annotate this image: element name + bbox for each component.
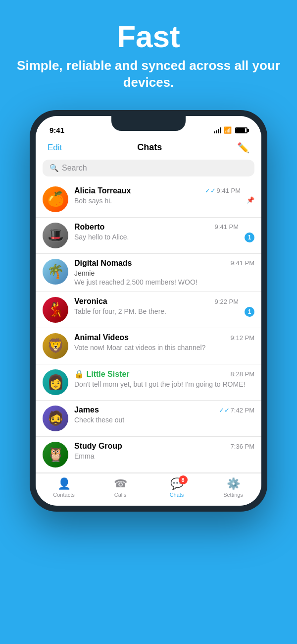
chat-header-veronica: Veronica9:22 PM: [74, 297, 239, 306]
chats-icon-wrap: 💬 8: [170, 477, 184, 490]
pin-icon: 📌: [247, 196, 254, 204]
chat-meta-roberto: 1: [245, 233, 254, 242]
chat-header-study: Study Group7:36 PM: [74, 442, 254, 451]
chat-item-study[interactable]: 🦉Study Group7:36 PMEmma: [36, 437, 261, 473]
phone-notch: [111, 116, 186, 131]
hero-title: Fast: [10, 20, 287, 54]
chat-time-veronica: 9:22 PM: [215, 298, 239, 305]
chat-preview-digital: JennieWe just reached 2,500 members! WOO…: [74, 269, 254, 287]
chat-name-veronica: Veronica: [74, 297, 107, 306]
tab-contacts[interactable]: 👤 Contacts: [36, 477, 92, 498]
search-icon: 🔍: [50, 164, 59, 173]
chat-name-james: James: [74, 406, 99, 414]
tab-chats[interactable]: 💬 8 Chats: [148, 477, 205, 498]
chat-header-roberto: Roberto9:41 PM: [74, 223, 239, 232]
status-icons: 📶: [214, 126, 248, 134]
avatar-animal: 🦁: [43, 333, 68, 359]
phone-frame: 9:41 📶 Edit Chats ✏️: [30, 110, 267, 512]
chat-content-james: James✓✓ 7:42 PMCheck these out: [74, 406, 254, 424]
chat-content-digital: Digital Nomads9:41 PMJennieWe just reach…: [74, 259, 254, 287]
avatar-james: 🧔: [43, 406, 68, 431]
chat-content-sister: 🔒 Little Sister8:28 PMDon't tell mom yet…: [74, 369, 254, 389]
chat-time-james: ✓✓ 7:42 PM: [219, 407, 254, 414]
chat-name-study: Study Group: [74, 442, 122, 451]
chat-preview-veronica: Table for four, 2 PM. Be there.: [74, 307, 239, 316]
chat-preview-sister: Don't tell mom yet, but I got the job! I…: [74, 380, 254, 389]
chat-header-digital: Digital Nomads9:41 PM: [74, 259, 254, 268]
avatar-veronica: 💃: [43, 297, 68, 323]
tab-calls[interactable]: ☎ Calls: [92, 477, 148, 498]
chat-content-alicia: Alicia Torreaux✓✓ 9:41 PMBob says hi.: [74, 186, 241, 205]
chat-list: 🍊Alicia Torreaux✓✓ 9:41 PMBob says hi.📌🎩…: [36, 181, 261, 473]
chat-item-digital[interactable]: 🌴Digital Nomads9:41 PMJennieWe just reac…: [36, 254, 261, 292]
chat-content-roberto: Roberto9:41 PMSay hello to Alice.: [74, 223, 239, 241]
tab-settings-label: Settings: [223, 492, 243, 498]
status-time: 9:41: [50, 126, 64, 134]
chat-item-james[interactable]: 🧔James✓✓ 7:42 PMCheck these out: [36, 401, 261, 437]
chat-preview-alicia: Bob says hi.: [74, 196, 241, 205]
double-check-icon: ✓✓: [205, 187, 216, 194]
avatar-alicia: 🍊: [43, 186, 68, 212]
chat-meta-veronica: 1: [245, 307, 254, 317]
tab-chats-label: Chats: [170, 492, 184, 498]
nav-bar: Edit Chats ✏️: [36, 138, 261, 157]
page-title: Chats: [137, 142, 162, 153]
hero-subtitle: Simple, reliable and synced across all y…: [10, 58, 287, 91]
chat-time-roberto: 9:41 PM: [215, 223, 239, 231]
avatar-roberto: 🎩: [43, 223, 68, 248]
chat-name-animal: Animal Videos: [74, 333, 129, 342]
chat-content-animal: Animal Videos9:12 PMVote now! Moar cat v…: [74, 333, 254, 352]
wifi-icon: 📶: [224, 126, 232, 134]
compose-icon[interactable]: ✏️: [237, 142, 249, 154]
search-input[interactable]: Search: [62, 164, 87, 173]
chat-name-alicia: Alicia Torreaux: [74, 186, 131, 195]
chat-item-roberto[interactable]: 🎩Roberto9:41 PMSay hello to Alice.1: [36, 218, 261, 254]
chat-time-digital: 9:41 PM: [231, 259, 254, 267]
search-bar[interactable]: 🔍 Search: [43, 160, 254, 176]
battery-icon: [235, 127, 248, 133]
unread-badge-veronica: 1: [245, 307, 254, 317]
avatar-study: 🦉: [43, 442, 68, 468]
calls-icon: ☎: [114, 477, 127, 490]
chat-time-animal: 9:12 PM: [231, 334, 254, 342]
chat-header-james: James✓✓ 7:42 PM: [74, 406, 254, 414]
chat-name-roberto: Roberto: [74, 223, 104, 232]
tab-contacts-label: Contacts: [53, 492, 74, 498]
chat-content-veronica: Veronica9:22 PMTable for four, 2 PM. Be …: [74, 297, 239, 316]
search-container: 🔍 Search: [36, 157, 261, 181]
chat-preview-study: Emma: [74, 452, 254, 461]
avatar-sister: 👩: [43, 369, 68, 395]
contacts-icon: 👤: [57, 477, 71, 490]
chat-item-animal[interactable]: 🦁Animal Videos9:12 PMVote now! Moar cat …: [36, 328, 261, 364]
chat-name-sister: 🔒 Little Sister: [74, 369, 130, 379]
chat-preview-roberto: Say hello to Alice.: [74, 233, 239, 241]
signal-icon: [214, 127, 221, 133]
phone-screen: 9:41 📶 Edit Chats ✏️: [36, 116, 261, 506]
chat-item-sister[interactable]: 👩🔒 Little Sister8:28 PMDon't tell mom ye…: [36, 364, 261, 401]
chat-name-digital: Digital Nomads: [74, 259, 132, 268]
chat-item-alicia[interactable]: 🍊Alicia Torreaux✓✓ 9:41 PMBob says hi.📌: [36, 181, 261, 218]
chat-content-study: Study Group7:36 PMEmma: [74, 442, 254, 461]
chat-time-sister: 8:28 PM: [231, 370, 254, 378]
double-check-icon: ✓✓: [219, 407, 230, 414]
tab-calls-label: Calls: [114, 492, 126, 498]
chat-item-veronica[interactable]: 💃Veronica9:22 PMTable for four, 2 PM. Be…: [36, 292, 261, 328]
avatar-digital: 🌴: [43, 259, 68, 285]
unread-badge-roberto: 1: [245, 233, 254, 242]
chat-time-alicia: ✓✓ 9:41 PM: [205, 187, 241, 194]
tab-bar: 👤 Contacts ☎ Calls 💬 8 Chats ⚙️ Settings: [36, 473, 261, 506]
chat-meta-alicia: 📌: [247, 196, 254, 204]
edit-button[interactable]: Edit: [48, 143, 62, 153]
settings-icon: ⚙️: [227, 477, 240, 490]
tab-settings[interactable]: ⚙️ Settings: [205, 477, 261, 498]
chat-time-study: 7:36 PM: [231, 443, 254, 450]
chat-header-alicia: Alicia Torreaux✓✓ 9:41 PM: [74, 186, 241, 195]
hero-section: Fast Simple, reliable and synced across …: [0, 0, 297, 101]
chat-header-animal: Animal Videos9:12 PM: [74, 333, 254, 342]
chat-preview-james: Check these out: [74, 415, 254, 424]
chat-header-sister: 🔒 Little Sister8:28 PM: [74, 369, 254, 379]
chat-preview-animal: Vote now! Moar cat videos in this channe…: [74, 343, 254, 352]
chats-badge: 8: [179, 475, 188, 484]
